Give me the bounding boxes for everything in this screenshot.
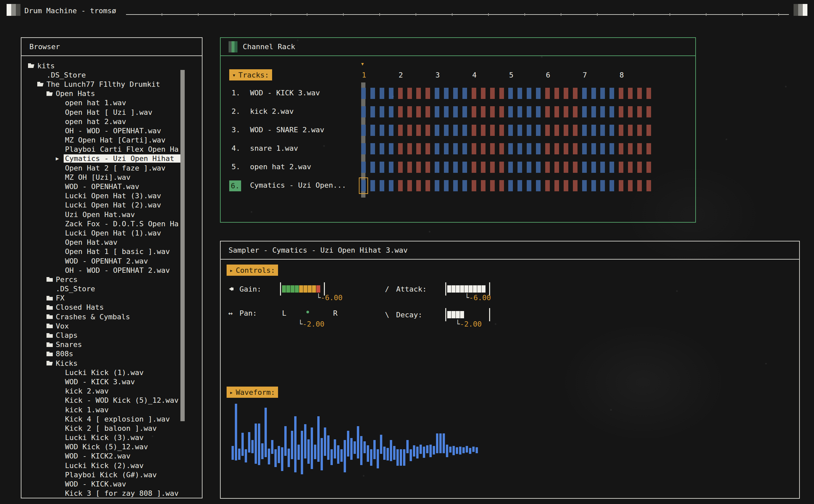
tree-file-item[interactable]: Playboi Kick (G#).wav: [21, 470, 180, 479]
tree-file-item[interactable]: Open Hat [ Uzi ].wav: [21, 108, 180, 117]
tree-file-item[interactable]: Kick 3 [ for zay 808 ].wav: [21, 489, 180, 498]
sequencer-step[interactable]: [646, 106, 651, 117]
sequencer-step[interactable]: [564, 88, 568, 99]
sequencer-step[interactable]: [425, 180, 430, 191]
track-number-badge[interactable]: 6.: [229, 180, 241, 191]
track-name[interactable]: WOD - KICK 3.wav: [250, 89, 320, 97]
sequencer-step[interactable]: [370, 125, 375, 136]
track-name[interactable]: Cymatics - Uzi Open...: [250, 181, 346, 189]
sequencer-step[interactable]: [591, 162, 596, 173]
track-name[interactable]: snare 1.wav: [250, 144, 298, 152]
sequencer-step[interactable]: [646, 143, 651, 154]
sequencer-step[interactable]: [646, 88, 651, 99]
sequencer-step[interactable]: [600, 125, 605, 136]
sequencer-step[interactable]: [582, 125, 587, 136]
sequencer-step[interactable]: [564, 180, 568, 191]
tree-file-item[interactable]: Lucki Open Hat (2).wav: [21, 201, 180, 210]
tree-folder-item[interactable]: Percs: [21, 275, 180, 284]
sequencer-step[interactable]: [499, 88, 504, 99]
sequencer-step[interactable]: [416, 143, 421, 154]
sequencer-step[interactable]: [416, 180, 421, 191]
sequencer-step[interactable]: [407, 88, 412, 99]
sequencer-step[interactable]: [517, 143, 522, 154]
sequencer-step[interactable]: [573, 125, 578, 136]
sequencer-step[interactable]: [508, 106, 513, 117]
sequencer-step[interactable]: [600, 88, 605, 99]
tree-file-item[interactable]: WOD - KICK.wav: [21, 479, 180, 488]
tree-file-item[interactable]: .DS_Store: [21, 284, 180, 294]
sequencer-step[interactable]: [370, 106, 375, 117]
sequencer-step[interactable]: [490, 162, 495, 173]
tree-file-item[interactable]: Open Hat 2 [ faze ].wav: [21, 163, 180, 173]
sequencer-step[interactable]: [637, 180, 642, 191]
sequencer-step[interactable]: [398, 180, 403, 191]
sequencer-step[interactable]: [527, 162, 531, 173]
sequencer-step[interactable]: [380, 125, 384, 136]
sequencer-step[interactable]: [453, 143, 458, 154]
sequencer-step[interactable]: [591, 106, 596, 117]
tree-folder-item[interactable]: Closed Hats: [21, 303, 180, 312]
sequencer-step[interactable]: [435, 125, 439, 136]
sequencer-step[interactable]: [628, 106, 633, 117]
tree-file-item[interactable]: Open Hat.wav: [21, 238, 180, 247]
sequencer-step[interactable]: [389, 143, 393, 154]
sequencer-step[interactable]: [619, 180, 623, 191]
sequencer-step[interactable]: [536, 88, 541, 99]
sequencer-step[interactable]: [637, 162, 642, 173]
sequencer-step[interactable]: [536, 106, 541, 117]
sequencer-step[interactable]: [554, 180, 559, 191]
sequencer-step[interactable]: [628, 88, 633, 99]
pan-position-dot[interactable]: [306, 311, 309, 313]
sequencer-step[interactable]: [499, 106, 504, 117]
tree-file-item[interactable]: kick 1.wav: [21, 405, 180, 414]
tree-folder-item[interactable]: Crashes & Cymbals: [21, 312, 180, 321]
sequencer-step[interactable]: [628, 162, 633, 173]
sequencer-step[interactable]: [600, 143, 605, 154]
sequencer-step[interactable]: [600, 162, 605, 173]
sequencer-step[interactable]: [582, 143, 587, 154]
sequencer-step[interactable]: [628, 180, 633, 191]
sequencer-step[interactable]: [380, 106, 384, 117]
sequencer-step[interactable]: [582, 162, 587, 173]
sequencer-step[interactable]: [453, 88, 458, 99]
tree-file-item[interactable]: OH - WOD - OPENHAT.wav: [21, 126, 180, 135]
tree-file-item[interactable]: MZ OH [Uzi].wav: [21, 173, 180, 182]
sequencer-step[interactable]: [416, 106, 421, 117]
sequencer-step[interactable]: [481, 143, 485, 154]
sequencer-step[interactable]: [600, 106, 605, 117]
sequencer-step[interactable]: [591, 143, 596, 154]
sequencer-step[interactable]: [425, 106, 430, 117]
sequencer-step[interactable]: [361, 162, 366, 173]
sequencer-step[interactable]: [361, 106, 366, 117]
sequencer-step[interactable]: [472, 88, 476, 99]
sequencer-step[interactable]: [472, 125, 476, 136]
tree-file-item[interactable]: WOD - OPENHAT 2.wav: [21, 256, 180, 266]
tree-folder-item[interactable]: kits: [21, 61, 180, 70]
sequencer-step[interactable]: [389, 162, 393, 173]
tree-file-item[interactable]: Kick 2 [ baloon ].wav: [21, 424, 180, 433]
tree-folder-item[interactable]: The Lunch77 F1lthy Drumkit: [21, 79, 180, 89]
sequencer-step[interactable]: [398, 143, 403, 154]
sequencer-step[interactable]: [564, 143, 568, 154]
sequencer-step[interactable]: [490, 106, 495, 117]
sequencer-step[interactable]: [361, 125, 366, 136]
sequencer-step[interactable]: [380, 162, 384, 173]
track-name[interactable]: WOD - SNARE 2.wav: [250, 126, 324, 134]
sequencer-step[interactable]: [508, 162, 513, 173]
sequencer-step[interactable]: [637, 143, 642, 154]
track-name[interactable]: kick 2.wav: [250, 107, 294, 115]
sequencer-step[interactable]: [472, 143, 476, 154]
tree-folder-item[interactable]: 808s: [21, 349, 180, 359]
sequencer-step[interactable]: [481, 125, 485, 136]
sequencer-step[interactable]: [545, 125, 550, 136]
tree-folder-item[interactable]: Open Hats: [21, 89, 180, 98]
sequencer-step[interactable]: [490, 125, 495, 136]
sequencer-step[interactable]: [444, 125, 449, 136]
tree-folder-item[interactable]: Claps: [21, 331, 180, 340]
sequencer-step[interactable]: [554, 125, 559, 136]
sequencer-step[interactable]: [610, 88, 614, 99]
sequencer-step[interactable]: [600, 180, 605, 191]
tree-folder-item[interactable]: Vox: [21, 321, 180, 331]
sequencer-step[interactable]: [517, 180, 522, 191]
sequencer-step[interactable]: [481, 180, 485, 191]
